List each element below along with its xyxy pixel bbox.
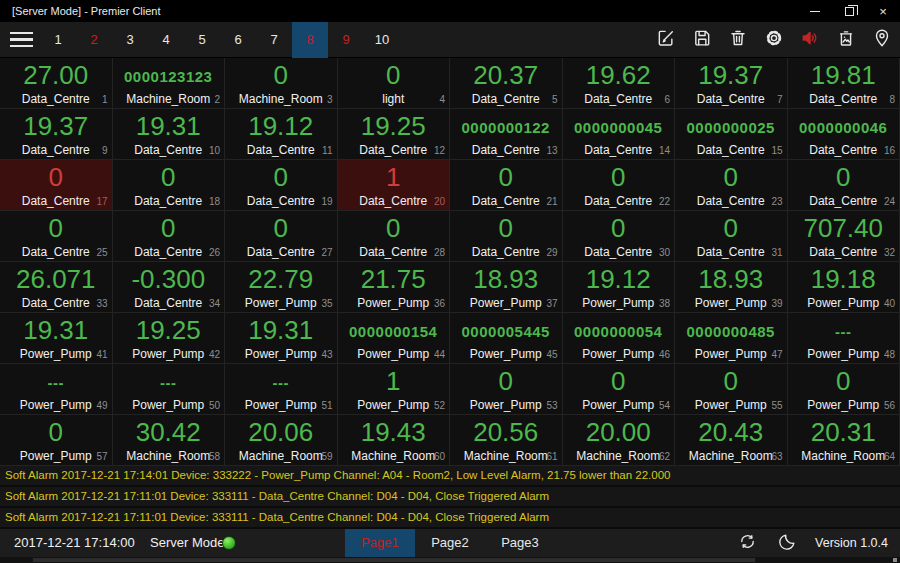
grid-cell-55[interactable]: 0Power_Pump55 xyxy=(675,364,788,415)
toolbar-page-9[interactable]: 9 xyxy=(328,22,364,58)
grid-cell-43[interactable]: 19.31Power_Pump43 xyxy=(225,313,338,364)
sync-button[interactable] xyxy=(727,529,767,557)
grid-cell-46[interactable]: 0000000054Power_Pump46 xyxy=(563,313,676,364)
grid-cell-56[interactable]: 0Power_Pump56 xyxy=(788,364,900,415)
grid-cell-26[interactable]: 0Data_Centre26 xyxy=(113,211,226,262)
grid-cell-12[interactable]: 19.25Data_Centre12 xyxy=(338,109,451,160)
maximize-button[interactable] xyxy=(832,0,866,22)
grid-cell-57[interactable]: 0Power_Pump57 xyxy=(0,415,113,466)
grid-cell-23[interactable]: 0Data_Centre23 xyxy=(675,160,788,211)
menu-button[interactable] xyxy=(0,22,40,58)
toolbar-page-2[interactable]: 2 xyxy=(76,22,112,58)
cell-index: 22 xyxy=(659,194,670,209)
toolbar-page-4[interactable]: 4 xyxy=(148,22,184,58)
cell-footer: Data_Centre8 xyxy=(788,92,900,107)
save-button[interactable] xyxy=(684,22,720,58)
grid-cell-8[interactable]: 19.81Data_Centre8 xyxy=(788,58,900,109)
grid-cell-21[interactable]: 0Data_Centre21 xyxy=(450,160,563,211)
grid-cell-41[interactable]: 19.31Power_Pump41 xyxy=(0,313,113,364)
status-tab-page1[interactable]: Page1 xyxy=(345,529,415,557)
trash-button[interactable] xyxy=(720,22,756,58)
grid-cell-34[interactable]: -0.300Data_Centre34 xyxy=(113,262,226,313)
grid-cell-1[interactable]: 27.00Data_Centre1 xyxy=(0,58,113,109)
settings-gear-button[interactable] xyxy=(756,22,792,58)
grid-cell-49[interactable]: ---Power_Pump49 xyxy=(0,364,113,415)
toolbar-page-10[interactable]: 10 xyxy=(364,22,400,58)
cell-value: 1 xyxy=(338,363,450,398)
grid-cell-6[interactable]: 19.62Data_Centre6 xyxy=(563,58,676,109)
toolbar-page-5[interactable]: 5 xyxy=(184,22,220,58)
grid-cell-19[interactable]: 0Data_Centre19 xyxy=(225,160,338,211)
grid-cell-10[interactable]: 19.31Data_Centre10 xyxy=(113,109,226,160)
grid-cell-5[interactable]: 20.37Data_Centre5 xyxy=(450,58,563,109)
grid-cell-31[interactable]: 0Data_Centre31 xyxy=(675,211,788,262)
grid-cell-47[interactable]: 0000000485Power_Pump47 xyxy=(675,313,788,364)
grid-cell-62[interactable]: 20.00Machine_Room62 xyxy=(563,415,676,466)
grid-cell-18[interactable]: 0Data_Centre18 xyxy=(113,160,226,211)
scrollbar-thumb[interactable] xyxy=(33,558,755,562)
grid-cell-50[interactable]: ---Power_Pump50 xyxy=(113,364,226,415)
grid-cell-29[interactable]: 0Data_Centre29 xyxy=(450,211,563,262)
grid-cell-63[interactable]: 20.43Machine_Room63 xyxy=(675,415,788,466)
speaker-button[interactable] xyxy=(792,22,828,58)
grid-cell-15[interactable]: 0000000025Data_Centre15 xyxy=(675,109,788,160)
grid-cell-60[interactable]: 19.43Machine_Room60 xyxy=(338,415,451,466)
grid-cell-25[interactable]: 0Data_Centre25 xyxy=(0,211,113,262)
edit-button[interactable] xyxy=(648,22,684,58)
toolbar-page-3[interactable]: 3 xyxy=(112,22,148,58)
grid-cell-30[interactable]: 0Data_Centre30 xyxy=(563,211,676,262)
cell-label: Data_Centre xyxy=(0,92,112,107)
toolbar-page-8[interactable]: 8 xyxy=(292,22,328,58)
grid-cell-53[interactable]: 0Power_Pump53 xyxy=(450,364,563,415)
grid-cell-16[interactable]: 0000000046Data_Centre16 xyxy=(788,109,900,160)
grid-cell-38[interactable]: 19.12Power_Pump38 xyxy=(563,262,676,313)
grid-cell-33[interactable]: 26.071Data_Centre33 xyxy=(0,262,113,313)
grid-cell-52[interactable]: 1Power_Pump52 xyxy=(338,364,451,415)
alarm-message-1[interactable]: Soft Alarm 2017-12-21 17:14:01 Device: 3… xyxy=(0,466,900,487)
grid-cell-42[interactable]: 19.25Power_Pump42 xyxy=(113,313,226,364)
grid-cell-36[interactable]: 21.75Power_Pump36 xyxy=(338,262,451,313)
grid-cell-27[interactable]: 0Data_Centre27 xyxy=(225,211,338,262)
grid-cell-9[interactable]: 19.37Data_Centre9 xyxy=(0,109,113,160)
grid-cell-13[interactable]: 0000000122Data_Centre13 xyxy=(450,109,563,160)
grid-cell-61[interactable]: 20.56Machine_Room61 xyxy=(450,415,563,466)
alarm-message-3[interactable]: Soft Alarm 2017-12-21 17:11:01 Device: 3… xyxy=(0,508,900,529)
grid-cell-59[interactable]: 20.06Machine_Room59 xyxy=(225,415,338,466)
grid-cell-37[interactable]: 18.93Power_Pump37 xyxy=(450,262,563,313)
grid-cell-64[interactable]: 20.31Machine_Room64 xyxy=(788,415,900,466)
status-tab-page3[interactable]: Page3 xyxy=(485,529,555,557)
close-button[interactable]: × xyxy=(866,0,900,22)
grid-cell-35[interactable]: 22.79Power_Pump35 xyxy=(225,262,338,313)
alarm-message-2[interactable]: Soft Alarm 2017-12-21 17:11:01 Device: 3… xyxy=(0,487,900,508)
status-tab-page2[interactable]: Page2 xyxy=(415,529,485,557)
grid-cell-22[interactable]: 0Data_Centre22 xyxy=(563,160,676,211)
grid-cell-11[interactable]: 19.12Data_Centre11 xyxy=(225,109,338,160)
grid-cell-24[interactable]: 0Data_Centre24 xyxy=(788,160,900,211)
grid-cell-44[interactable]: 0000000154Power_Pump44 xyxy=(338,313,451,364)
grid-cell-3[interactable]: 0Machine_Room3 xyxy=(225,58,338,109)
grid-cell-28[interactable]: 0Data_Centre28 xyxy=(338,211,451,262)
grid-cell-40[interactable]: 19.18Power_Pump40 xyxy=(788,262,900,313)
location-pin-button[interactable] xyxy=(864,22,900,58)
grid-cell-20[interactable]: 1Data_Centre20 xyxy=(338,160,451,211)
grid-cell-7[interactable]: 19.37Data_Centre7 xyxy=(675,58,788,109)
cell-value: 22.79 xyxy=(225,261,337,296)
toolbar-page-6[interactable]: 6 xyxy=(220,22,256,58)
grid-cell-54[interactable]: 0Power_Pump54 xyxy=(563,364,676,415)
dark-mode-button[interactable] xyxy=(767,529,807,557)
horizontal-scrollbar[interactable] xyxy=(0,557,900,563)
trash-image-button[interactable] xyxy=(828,22,864,58)
grid-cell-4[interactable]: 0light4 xyxy=(338,58,451,109)
grid-cell-14[interactable]: 0000000045Data_Centre14 xyxy=(563,109,676,160)
grid-cell-17[interactable]: 0Data_Centre17 xyxy=(0,160,113,211)
grid-cell-39[interactable]: 18.93Power_Pump39 xyxy=(675,262,788,313)
grid-cell-48[interactable]: ---Power_Pump48 xyxy=(788,313,900,364)
minimize-button[interactable] xyxy=(798,0,832,22)
grid-cell-51[interactable]: ---Power_Pump51 xyxy=(225,364,338,415)
grid-cell-58[interactable]: 30.42Machine_Room58 xyxy=(113,415,226,466)
grid-cell-2[interactable]: 0000123123Machine_Room2 xyxy=(113,58,226,109)
toolbar-page-1[interactable]: 1 xyxy=(40,22,76,58)
grid-cell-45[interactable]: 0000005445Power_Pump45 xyxy=(450,313,563,364)
toolbar-page-7[interactable]: 7 xyxy=(256,22,292,58)
grid-cell-32[interactable]: 707.40Data_Centre32 xyxy=(788,211,900,262)
